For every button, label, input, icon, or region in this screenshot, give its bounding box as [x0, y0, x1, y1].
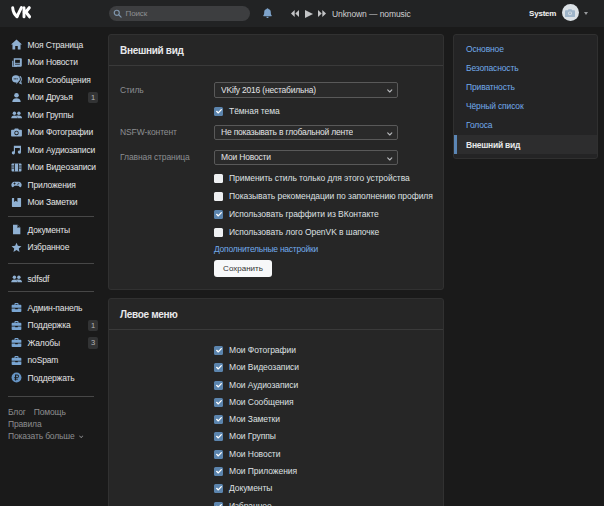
sidebar-item-4[interactable]: Мои Группы [0, 106, 108, 124]
sidebar-badge: 1 [88, 320, 98, 332]
sidebar-item-19[interactable]: noSpam [0, 352, 108, 370]
left-menu-checkbox-row[interactable]: Избранное [214, 502, 443, 506]
left-menu-checkbox-row[interactable]: Мои Группы [214, 432, 443, 441]
checkbox-label: Документы [229, 484, 272, 493]
avatar[interactable] [562, 4, 579, 21]
tab-5[interactable]: Внешний вид [454, 135, 597, 154]
audio-track-title[interactable]: Unknown — nomusic [332, 0, 411, 27]
users-icon [11, 273, 22, 284]
sidebar-item-20[interactable]: Поддержать [0, 369, 108, 387]
checkbox-label: Избранное [229, 502, 272, 506]
sidebar-item-label: Поддержать [28, 373, 75, 383]
sidebar-item-3[interactable]: Мои Друзья1 [0, 89, 108, 107]
checkbox-checked[interactable] [214, 363, 223, 372]
chevron-down-icon [387, 157, 393, 161]
bell-icon[interactable] [263, 7, 272, 19]
sidebar-item-8[interactable]: Приложения [0, 176, 108, 194]
audio-prev-button[interactable] [291, 10, 299, 17]
tab-1[interactable]: Безопасность [454, 58, 597, 77]
sidebar-item-14[interactable]: sdfsdf [0, 270, 108, 288]
checkbox-row[interactable]: Применить стиль только для этого устройс… [214, 174, 443, 183]
checkbox-checked[interactable] [214, 107, 223, 116]
select-0[interactable]: VKify 2016 (нестабильна) [214, 82, 398, 98]
checkbox-checked[interactable] [214, 432, 223, 441]
checkbox-label: Тёмная тема [229, 107, 280, 116]
select-3[interactable]: Мои Новости [214, 150, 398, 166]
show-more-link[interactable]: Показать больше [8, 430, 108, 442]
select-value: Не показывать в глобальной ленте [221, 127, 353, 137]
save-button[interactable]: Сохранить [214, 260, 272, 277]
tab-4[interactable]: Голоса [454, 116, 597, 135]
checkbox-unchecked[interactable] [214, 174, 223, 183]
checkbox-checked[interactable] [214, 398, 223, 407]
audio-next-button[interactable] [318, 10, 326, 17]
checkbox-row[interactable]: Использовать лого OpenVK в шапочке [214, 228, 443, 237]
left-menu-checkbox-row[interactable]: Мои Аудиозаписи [214, 381, 443, 390]
left-menu-checkbox-row[interactable]: Мои Новости [214, 450, 443, 459]
sidebar-item-label: Мои Новости [28, 57, 78, 67]
users-icon [11, 109, 22, 120]
tab-3[interactable]: Чёрный список [454, 97, 597, 116]
sidebar-item-label: Мои Аудиозаписи [28, 145, 96, 155]
checkbox-checked[interactable] [214, 467, 223, 476]
sidebar-item-5[interactable]: Мои Фотографии [0, 124, 108, 142]
sidebar-item-9[interactable]: Мои Заметки [0, 194, 108, 212]
sidebar-item-16[interactable]: Админ-панель [0, 299, 108, 317]
left-menu-checkbox-row[interactable]: Мои Видеозаписи [214, 363, 443, 372]
checkbox-row[interactable]: Тёмная тема [214, 107, 443, 116]
checkbox-checked[interactable] [214, 210, 223, 219]
sidebar-item-2[interactable]: Мои Сообщения [0, 71, 108, 89]
search-input[interactable]: Поиск [109, 6, 250, 21]
briefcase-icon [11, 337, 22, 348]
sidebar-item-12[interactable]: Избранное [0, 239, 108, 257]
film-icon [11, 162, 22, 173]
checkbox-checked[interactable] [214, 450, 223, 459]
left-sidebar: Моя СтраницаМои НовостиМои СообщенияМои … [0, 27, 108, 442]
chevron-down-icon [79, 435, 84, 439]
sidebar-item-label: Избранное [28, 242, 70, 252]
sidebar-item-17[interactable]: Поддержка1 [0, 317, 108, 335]
advanced-settings-link[interactable]: Дополнительные настройки [214, 244, 443, 254]
star-icon [11, 242, 22, 253]
briefcase-icon [11, 302, 22, 313]
checkbox-checked[interactable] [214, 381, 223, 390]
sidebar-item-label: noSpam [28, 355, 59, 365]
checkbox-label: Мои Фотографии [229, 346, 296, 355]
appearance-panel-title: Внешний вид [109, 35, 443, 66]
sidebar-item-18[interactable]: Жалобы3 [0, 334, 108, 352]
search-placeholder: Поиск [126, 9, 148, 18]
checkbox-label: Мои Аудиозаписи [229, 381, 298, 390]
vk-logo[interactable] [11, 6, 31, 19]
footer-link[interactable]: Блог [8, 406, 26, 418]
checkbox-row[interactable]: Показывать рекомендации по заполнению пр… [214, 192, 443, 201]
checkbox-checked[interactable] [214, 502, 223, 506]
audio-play-button[interactable] [305, 10, 313, 18]
left-menu-checkbox-row[interactable]: Мои Фотографии [214, 346, 443, 355]
checkbox-unchecked[interactable] [214, 228, 223, 237]
left-menu-checkbox-row[interactable]: Документы [214, 484, 443, 493]
checkbox-row[interactable]: Использовать граффити из ВКонтакте [214, 210, 443, 219]
tab-0[interactable]: Основное [454, 39, 597, 58]
briefcase-icon [11, 320, 22, 331]
checkbox-checked[interactable] [214, 346, 223, 355]
left-menu-checkbox-row[interactable]: Мои Заметки [214, 415, 443, 424]
sidebar-item-6[interactable]: Мои Аудиозаписи [0, 141, 108, 159]
tab-2[interactable]: Приватность [454, 77, 597, 96]
checkbox-label: Мои Приложения [229, 467, 297, 476]
checkbox-unchecked[interactable] [214, 192, 223, 201]
footer-link[interactable]: Правила [8, 418, 41, 430]
sidebar-item-11[interactable]: Документы [0, 221, 108, 239]
user-menu-caret-icon[interactable] [584, 12, 588, 15]
footer-link[interactable]: Помощь [34, 406, 66, 418]
user-name[interactable]: System [529, 0, 556, 26]
left-menu-checkbox-row[interactable]: Мои Сообщения [214, 398, 443, 407]
sidebar-item-1[interactable]: Мои Новости [0, 54, 108, 72]
sidebar-item-7[interactable]: Мои Видеозаписи [0, 159, 108, 177]
select-2[interactable]: Не показывать в глобальной ленте [214, 125, 398, 141]
sidebar-item-0[interactable]: Моя Страница [0, 36, 108, 54]
left-menu-checkbox-row[interactable]: Мои Приложения [214, 467, 443, 476]
gamepad-icon [11, 179, 22, 190]
chevron-down-icon [387, 132, 393, 136]
checkbox-checked[interactable] [214, 415, 223, 424]
checkbox-checked[interactable] [214, 484, 223, 493]
